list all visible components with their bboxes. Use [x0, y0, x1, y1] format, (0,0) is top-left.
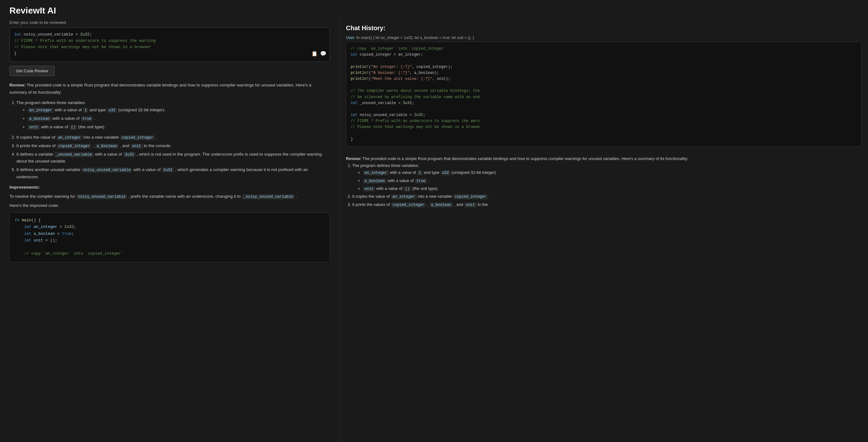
chat-review-sub-2: a_boolean with a value of true . — [363, 177, 862, 184]
review-item-3: It prints the values of copied_integer ,… — [17, 143, 330, 150]
code-input-icons: 📋 💬 — [311, 50, 327, 59]
app-header: ReviewIt AI — [0, 0, 868, 19]
chat-review-item-3: It prints the values of copied_integer ,… — [352, 201, 862, 208]
copy-icon[interactable]: 📋 — [311, 50, 318, 59]
user-keyword: User: — [346, 35, 355, 40]
right-panel: Chat History: User: fn main() { let an_i… — [340, 19, 868, 442]
review-item-5: It defines another unused variable noisy… — [17, 166, 330, 181]
review-sub-item-2: a_boolean with a value of true . — [28, 115, 330, 122]
chat-review-intro: Review: The provided code is a simple Ru… — [346, 155, 862, 162]
review-sublist-1: an_integer with a value of 1 and type u3… — [17, 106, 330, 131]
review-intro: Review: The provided code is a simple Ru… — [9, 82, 330, 96]
review-list: The program defines three variables: an_… — [9, 99, 330, 181]
chat-history-title: Chat History: — [346, 19, 862, 35]
review-item-4: It defines a variable _unused_variable w… — [17, 151, 330, 165]
chat-review-sub-1: an_integer with a value of 1 and type u3… — [363, 169, 862, 176]
review-item-2: It copies the value of an_integer into a… — [17, 134, 330, 141]
app-title: ReviewIt AI — [9, 6, 859, 16]
chat-icon[interactable]: 💬 — [320, 50, 327, 59]
chat-review-sublist: an_integer with a value of 1 and type u3… — [352, 169, 862, 192]
chat-review-text: Review: The provided code is a simple Ru… — [346, 155, 862, 208]
review-sub-item-3: unit with a value of () (the unit type). — [28, 124, 330, 131]
app: ReviewIt AI Enter your code to be review… — [0, 0, 868, 442]
improvements-label: Improvements: — [9, 184, 330, 191]
here-is-code-label: Here's the improved code: — [9, 202, 330, 209]
chat-code-block: // copy `an_integer` into `copied_intege… — [346, 42, 862, 147]
code-input-wrapper: let noisy_unused_variable = 2u32; // FIX… — [9, 27, 330, 62]
review-content: Review: The provided code is a simple Ru… — [9, 82, 330, 265]
chat-user-section: User: fn main() { let an_integer = 1u32;… — [346, 35, 862, 150]
improved-code-block: fn main() { let an_integer = 1u32; let a… — [9, 213, 330, 262]
review-item-1: The program defines three variables: an_… — [17, 99, 330, 131]
chat-review-item-2: It copies the value of an_integer into a… — [352, 193, 862, 200]
left-panel: Enter your code to be reviewed let noisy… — [0, 19, 340, 442]
improvements-text: To resolve the compiler warning for nois… — [9, 193, 330, 200]
code-input-area[interactable]: let noisy_unused_variable = 2u32; // FIX… — [9, 27, 330, 62]
chat-review-list: The program defines three variables: an_… — [346, 162, 862, 208]
chat-user-label: User: fn main() { let an_integer = 1u32;… — [346, 35, 862, 40]
main-layout: Enter your code to be reviewed let noisy… — [0, 19, 868, 442]
improvements-section: Improvements: To resolve the compiler wa… — [9, 184, 330, 200]
input-label: Enter your code to be reviewed — [9, 20, 330, 25]
chat-review-section: Review: The provided code is a simple Ru… — [346, 155, 862, 209]
review-sub-item-1: an_integer with a value of 1 and type u3… — [28, 106, 330, 114]
chat-review-item-1: The program defines three variables: an_… — [352, 162, 862, 192]
get-review-button[interactable]: Get Code Review — [9, 66, 55, 76]
chat-review-sub-3: unit with a value of () (the unit type). — [363, 185, 862, 192]
